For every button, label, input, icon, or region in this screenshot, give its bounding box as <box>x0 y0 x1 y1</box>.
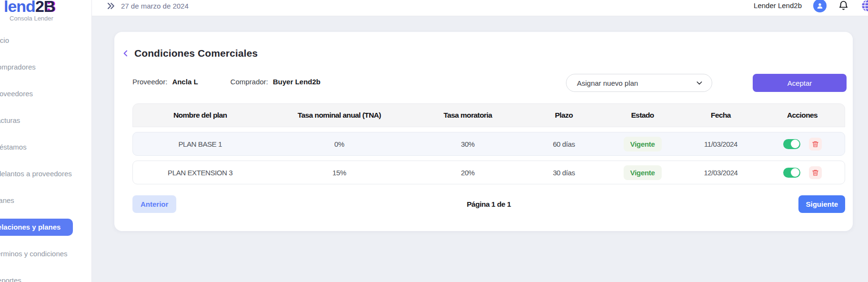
pagination: Anterior Página 1 de 1 Siguiente <box>132 195 845 213</box>
trash-icon <box>812 169 819 176</box>
header-fecha: Fecha <box>682 111 760 120</box>
sidebar: lend2B3 Consola Lender Inicio Compradore… <box>0 0 92 282</box>
user-name: Lender Lend2b <box>754 1 802 10</box>
buyer-label: Comprador: <box>231 78 268 86</box>
logo-text-2b: 2B <box>35 0 55 15</box>
previous-page-button[interactable]: Anterior <box>132 195 176 213</box>
plan-moratoria: 20% <box>411 169 525 177</box>
header-estado: Estado <box>604 111 682 120</box>
header-nombre-del-plan: Nombre del plan <box>133 111 267 120</box>
accept-button[interactable]: Aceptar <box>753 74 847 92</box>
user-avatar[interactable] <box>813 0 827 12</box>
page-title: Condiciones Comerciales <box>134 48 258 59</box>
plan-fecha: 12/03/2024 <box>682 169 760 177</box>
table-row: PLAN EXTENSION 3 15% 20% 30 días Vigente… <box>132 161 845 184</box>
assign-plan-select-value: Asignar nuevo plan <box>577 79 638 87</box>
header-acciones: Acciones <box>760 111 845 120</box>
header-tna: Tasa nominal anual (TNA) <box>267 111 411 120</box>
notifications-bell-icon[interactable] <box>838 0 849 11</box>
sidebar-nav: Inicio Compradores Proveedores Facturas … <box>0 32 91 282</box>
delete-plan-button[interactable] <box>809 138 822 151</box>
sidebar-collapse-icon[interactable] <box>106 1 115 10</box>
provider-label: Proveedor: <box>132 78 167 86</box>
sidebar-item-reportes[interactable]: Reportes <box>0 272 21 282</box>
plan-name: PLAN BASE 1 <box>133 140 267 148</box>
sidebar-item-inicio[interactable]: Inicio <box>0 32 9 49</box>
plan-plazo: 60 días <box>525 140 604 148</box>
plan-active-toggle[interactable] <box>783 168 800 178</box>
plan-name: PLAN EXTENSION 3 <box>133 169 267 177</box>
relation-info-row: Proveedor: Ancla L Comprador: Buyer Lend… <box>132 78 321 86</box>
language-globe-icon[interactable] <box>860 0 868 13</box>
trash-icon <box>812 141 819 148</box>
chevron-down-icon <box>696 79 703 87</box>
buyer-value: Buyer Lend2b <box>273 78 321 86</box>
plan-tna: 15% <box>267 169 411 177</box>
header-plazo: Plazo <box>525 111 604 120</box>
page-status: Página 1 de 1 <box>132 200 845 209</box>
sidebar-item-terminos[interactable]: Términos y condiciones <box>0 245 68 262</box>
sidebar-item-adelantos[interactable]: Adelantos a proveedores <box>0 165 72 182</box>
logo-text-lend: lend <box>4 0 35 15</box>
sidebar-item-planes[interactable]: Planes <box>0 192 14 209</box>
sidebar-item-relaciones-y-planes[interactable]: Relaciones y planes <box>0 219 73 236</box>
sidebar-item-proveedores[interactable]: Proveedores <box>0 85 33 102</box>
topbar: 27 de marzo de 2024 Lender Lend2b <box>92 0 868 16</box>
next-page-button[interactable]: Siguiente <box>798 195 845 213</box>
table-row: PLAN BASE 1 0% 30% 60 días Vigente 11/03… <box>132 132 845 156</box>
table-header-row: Nombre del plan Tasa nominal anual (TNA)… <box>132 103 845 127</box>
back-chevron-icon[interactable] <box>122 50 130 57</box>
brand-subtitle: Consola Lender <box>0 15 63 22</box>
plan-fecha: 11/03/2024 <box>682 140 760 148</box>
brand-logo[interactable]: lend2B3 <box>4 0 55 16</box>
commercial-conditions-card: Condiciones Comerciales Proveedor: Ancla… <box>114 32 853 231</box>
sidebar-item-facturas[interactable]: Facturas <box>0 112 20 129</box>
assign-plan-select[interactable]: Asignar nuevo plan <box>566 74 712 92</box>
plan-plazo: 30 días <box>525 169 604 177</box>
provider-value: Ancla L <box>172 78 198 86</box>
current-date: 27 de marzo de 2024 <box>121 2 189 10</box>
delete-plan-button[interactable] <box>809 166 822 179</box>
status-badge: Vigente <box>624 137 662 151</box>
plan-active-toggle[interactable] <box>783 139 800 149</box>
status-badge: Vigente <box>624 165 662 180</box>
header-tasa-moratoria: Tasa moratoria <box>411 111 525 120</box>
plan-tna: 0% <box>267 140 411 148</box>
plan-moratoria: 30% <box>411 140 525 148</box>
sidebar-item-compradores[interactable]: Compradores <box>0 59 36 76</box>
sidebar-item-prestamos[interactable]: Préstamos <box>0 139 27 156</box>
plans-table: Nombre del plan Tasa nominal anual (TNA)… <box>132 103 845 184</box>
